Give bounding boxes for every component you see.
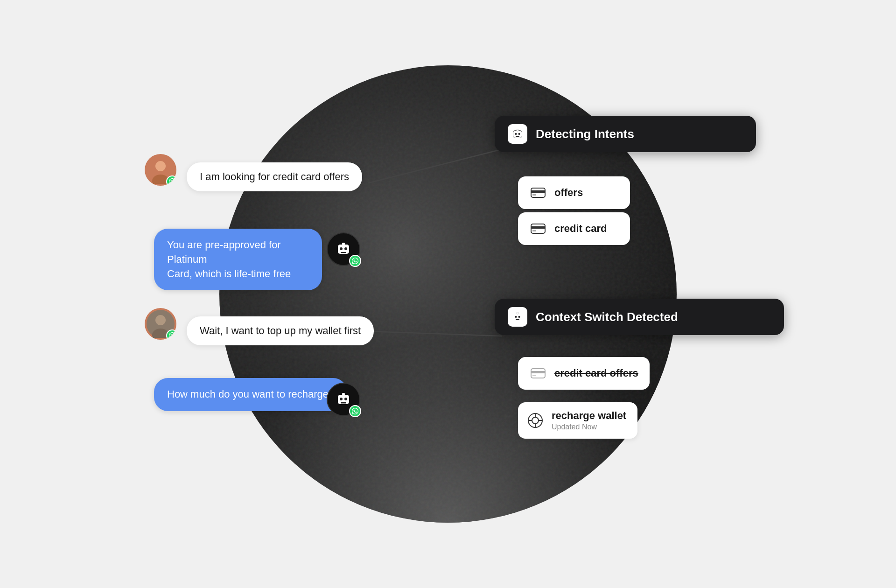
svg-rect-9 (342, 243, 345, 245)
svg-point-6 (340, 247, 343, 250)
svg-rect-30 (532, 230, 536, 231)
svg-rect-34 (516, 319, 519, 320)
svg-rect-37 (531, 371, 545, 373)
svg-rect-27 (532, 194, 536, 196)
svg-point-22 (518, 133, 520, 135)
bot-avatar-1 (327, 232, 360, 266)
user-avatar-1 (145, 154, 176, 186)
intent-item-offers: offers (518, 176, 630, 209)
svg-point-11 (155, 315, 166, 325)
card-icon-credit-card (529, 220, 547, 238)
robot-icon-context (508, 307, 527, 327)
wallet-icon (526, 412, 544, 429)
svg-rect-29 (531, 226, 545, 229)
context-switch-panel: Context Switch Detected (495, 299, 784, 335)
bot-message-2: How much do you want to recharge? (154, 378, 347, 411)
user-message-1: I am looking for credit card offers (187, 162, 362, 191)
svg-point-3 (155, 161, 166, 171)
svg-point-32 (515, 316, 517, 318)
whatsapp-badge-1 (166, 175, 176, 186)
user-avatar-2 (145, 308, 176, 340)
svg-rect-8 (341, 252, 346, 253)
svg-rect-35 (517, 312, 518, 314)
scene: I am looking for credit card offers You … (0, 0, 896, 588)
svg-rect-24 (517, 129, 518, 131)
whatsapp-badge-bot-1 (349, 255, 361, 267)
bot-message-1: You are pre-approved for PlatinumCard, w… (154, 229, 322, 290)
svg-rect-23 (516, 136, 519, 137)
svg-point-14 (340, 398, 343, 400)
svg-point-15 (344, 398, 347, 400)
svg-rect-16 (341, 402, 346, 404)
context-item-credit-card-offers: credit card offers (518, 357, 650, 390)
svg-point-33 (518, 316, 520, 318)
detecting-intents-panel: Detecting Intents (495, 116, 756, 152)
context-item-recharge-wallet: recharge wallet Updated Now (518, 402, 637, 439)
card-icon-offers (529, 184, 547, 202)
bot-avatar-2 (327, 383, 360, 416)
user-message-2: Wait, I want to top up my wallet first (187, 316, 374, 345)
whatsapp-badge-2 (166, 329, 176, 340)
svg-point-21 (515, 133, 517, 135)
svg-rect-26 (531, 190, 545, 193)
svg-rect-17 (342, 393, 345, 395)
svg-point-40 (532, 417, 539, 424)
svg-rect-38 (532, 375, 536, 376)
intent-item-credit-card: credit card (518, 212, 630, 245)
card-icon-context-1 (529, 364, 547, 382)
robot-icon-detecting (508, 124, 527, 144)
svg-point-7 (344, 247, 347, 250)
whatsapp-badge-bot-2 (349, 405, 361, 417)
